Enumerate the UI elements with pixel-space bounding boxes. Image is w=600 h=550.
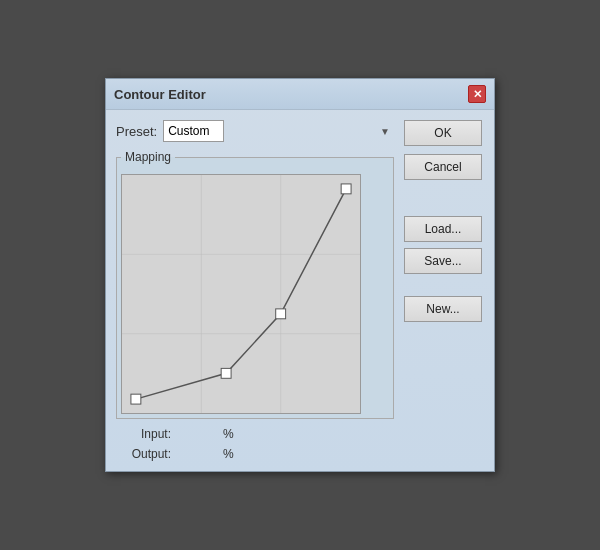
dialog-title: Contour Editor xyxy=(114,87,206,102)
cancel-button[interactable]: Cancel xyxy=(404,154,482,180)
contour-editor-dialog: Contour Editor ✕ Preset: Custom Linear G… xyxy=(105,78,495,472)
curve-point-2[interactable] xyxy=(221,368,231,378)
spacer-1 xyxy=(404,200,484,210)
output-label: Output: xyxy=(116,447,171,461)
preset-select-wrapper: Custom Linear Gaussian Sawtooth ▼ xyxy=(163,120,394,142)
new-button[interactable]: New... xyxy=(404,296,482,322)
curve-canvas[interactable] xyxy=(121,174,361,414)
input-label: Input: xyxy=(116,427,171,441)
preset-row: Preset: Custom Linear Gaussian Sawtooth … xyxy=(116,120,394,142)
preset-label: Preset: xyxy=(116,124,157,139)
save-button[interactable]: Save... xyxy=(404,248,482,274)
curve-point-4[interactable] xyxy=(341,184,351,194)
input-unit: % xyxy=(223,427,234,441)
select-arrow-icon: ▼ xyxy=(380,126,390,137)
right-panel: OK Cancel Load... Save... New... xyxy=(404,120,484,461)
spacer-2 xyxy=(404,280,484,290)
input-row: Input: % xyxy=(116,427,394,441)
curve-line xyxy=(136,189,346,399)
output-unit: % xyxy=(223,447,234,461)
curve-point-1[interactable] xyxy=(131,394,141,404)
ok-button[interactable]: OK xyxy=(404,120,482,146)
preset-select[interactable]: Custom Linear Gaussian Sawtooth xyxy=(163,120,224,142)
mapping-group: Mapping xyxy=(116,150,394,419)
mapping-legend: Mapping xyxy=(121,150,175,164)
dialog-body: Preset: Custom Linear Gaussian Sawtooth … xyxy=(106,110,494,471)
output-row: Output: % xyxy=(116,447,394,461)
curve-point-3[interactable] xyxy=(276,309,286,319)
io-section: Input: % Output: % xyxy=(116,427,394,461)
load-button[interactable]: Load... xyxy=(404,216,482,242)
left-panel: Preset: Custom Linear Gaussian Sawtooth … xyxy=(116,120,394,461)
curve-svg xyxy=(122,175,360,413)
title-bar: Contour Editor ✕ xyxy=(106,79,494,110)
close-button[interactable]: ✕ xyxy=(468,85,486,103)
